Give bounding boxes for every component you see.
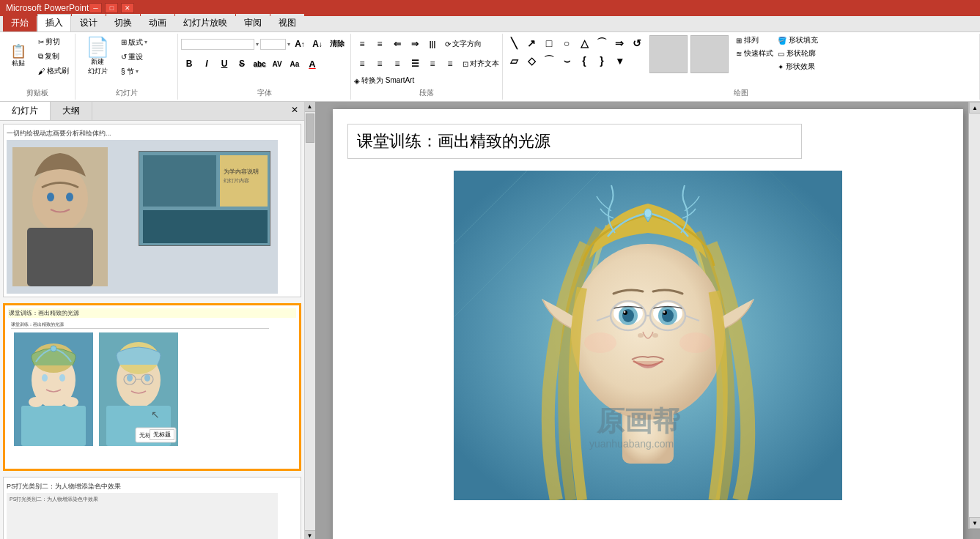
slide-thumb-1[interactable]: 一切约绘视动志画要分析和绘体约... — [3, 124, 301, 297]
tab-transition[interactable]: 切换 — [106, 14, 140, 31]
main-content: 课堂训练：画出精致的光源 — [315, 102, 980, 539]
section-button[interactable]: § 节 ▾ — [118, 65, 150, 78]
case-button[interactable]: Aa — [287, 56, 303, 72]
ellipse-tool[interactable]: ○ — [559, 35, 575, 51]
scroll-down-button[interactable]: ▼ — [305, 530, 315, 539]
sidebar-tab-slides[interactable]: 幻灯片 — [0, 102, 51, 120]
clear-format-button[interactable]: 清除 — [327, 36, 347, 52]
line-spacing-button[interactable]: ≡ — [424, 56, 441, 72]
columns-button[interactable]: ||| — [424, 36, 441, 52]
tab-animation[interactable]: 动画 — [141, 14, 174, 31]
slide2-right-tooltip: 无标题 — [150, 429, 174, 440]
shape-fill-button[interactable]: 🪣 形状填充 — [778, 35, 818, 45]
increase-font-button[interactable]: A↑ — [292, 36, 308, 52]
svg-point-19 — [51, 346, 56, 352]
shape-b[interactable]: ◇ — [523, 53, 539, 69]
shapes-row1: ╲ ↗ □ ○ △ ⌒ ⇒ ↺ — [506, 35, 645, 51]
tab-insert[interactable]: 插入 — [37, 14, 71, 31]
tab-home[interactable]: 开始 — [3, 14, 37, 31]
slide-title[interactable]: 课堂训练：画出精致的光源 — [347, 124, 802, 159]
shape-dropdown[interactable]: ▾ — [611, 53, 627, 69]
copy-icon: ⧉ — [38, 52, 43, 61]
underline-button[interactable]: U — [216, 56, 232, 72]
main-scroll-down[interactable]: ▼ — [969, 517, 980, 529]
elf-portrait[interactable]: 原画帮 yuanhuabang.com — [454, 171, 842, 500]
extra-align-button[interactable]: ≡ — [442, 56, 458, 72]
drawing-image2 — [690, 35, 729, 73]
bend-tool[interactable]: ⌒ — [594, 35, 610, 51]
decrease-font-button[interactable]: A↓ — [309, 36, 325, 52]
font-name-dropdown[interactable]: ▾ — [256, 41, 259, 48]
arrange-button[interactable]: ⊞ 排列 — [736, 35, 773, 45]
sidebar-close-button[interactable]: ✕ — [285, 102, 304, 120]
shape-d[interactable]: ⌣ — [559, 53, 575, 69]
shadow-button[interactable]: abc — [251, 56, 268, 72]
line-tool[interactable]: ╲ — [506, 35, 522, 51]
shape-outline-button[interactable]: ▭ 形状轮廓 — [778, 48, 818, 59]
copy-button[interactable]: ⧉ 复制 — [35, 50, 72, 63]
shape-e[interactable]: { — [576, 53, 592, 69]
center-button[interactable]: ≡ — [372, 56, 388, 72]
tab-view[interactable]: 视图 — [270, 14, 304, 31]
increase-indent-button[interactable]: ⇒ — [407, 36, 423, 52]
section-dropdown-icon: ▾ — [136, 68, 139, 75]
tab-slideshow[interactable]: 幻灯片放映 — [175, 14, 235, 31]
arrow-tool[interactable]: ↗ — [523, 35, 539, 51]
close-button[interactable]: ✕ — [121, 3, 134, 13]
new-slide-button[interactable]: 📄 新建 幻灯片 — [78, 35, 117, 78]
layout-button[interactable]: ⊞ 版式 ▾ — [118, 36, 150, 49]
paste-button[interactable]: 📋 粘贴 — [3, 42, 34, 70]
italic-button[interactable]: I — [199, 56, 215, 72]
text-direction-button[interactable]: ⟳ 文字方向 — [445, 39, 482, 49]
slide1-bg: 为学内容说明 幻灯片内容 — [7, 140, 278, 294]
tab-review[interactable]: 审阅 — [236, 14, 270, 31]
quick-styles-button[interactable]: ≋ 快速样式 — [736, 48, 773, 59]
align-text-button[interactable]: ⊡ 对齐文本 — [463, 59, 499, 69]
tab-design[interactable]: 设计 — [72, 14, 106, 31]
reset-button[interactable]: ↺ 重设 — [118, 51, 150, 64]
bold-button[interactable]: B — [181, 56, 197, 72]
align-text-label: 对齐文本 — [470, 59, 499, 69]
slide-thumb-2[interactable]: 课堂训练：画出精致的光源 课堂训练：画出精致的光源 — [3, 303, 301, 471]
maximize-button[interactable]: □ — [105, 3, 118, 13]
rect-tool[interactable]: □ — [541, 35, 557, 51]
slide1-char-area — [12, 147, 108, 286]
drawing-controls: ╲ ↗ □ ○ △ ⌒ ⇒ ↺ ▱ ◇ ⌒ ⌣ { } ▾ — [506, 35, 976, 73]
convert-smartart-label: 转换为 SmartArt — [361, 75, 414, 86]
slide-canvas[interactable]: 课堂训练：画出精致的光源 — [333, 109, 963, 539]
shape-a[interactable]: ▱ — [506, 53, 522, 69]
shape-f[interactable]: } — [594, 53, 610, 69]
font-color-button[interactable]: A — [304, 56, 320, 72]
font-size-dropdown[interactable]: ▾ — [287, 41, 290, 48]
align-right-button[interactable]: ≡ — [389, 56, 405, 72]
numbering-button[interactable]: ≡ — [372, 36, 388, 52]
font-name-input[interactable] — [181, 39, 254, 50]
main-scrollbar[interactable]: ▲ ▼ — [968, 102, 980, 529]
svg-point-24 — [144, 374, 150, 382]
format-painter-icon: 🖌 — [38, 67, 45, 75]
scroll-up-button[interactable]: ▲ — [305, 102, 315, 112]
slide-thumb-3[interactable]: PS打光类别二：为人物增添染色中效果 PS打光类别二：为人物增添染色中效果 — [3, 477, 301, 539]
shape-c[interactable]: ⌒ — [541, 53, 557, 69]
justify-button[interactable]: ☰ — [407, 56, 423, 72]
main-scroll-up[interactable]: ▲ — [969, 102, 980, 114]
char-spacing-button[interactable]: AV — [269, 56, 285, 72]
cut-button[interactable]: ✂ 剪切 — [35, 35, 72, 48]
minimize-button[interactable]: ─ — [89, 3, 102, 13]
paragraph-group: ≡ ≡ ⇐ ⇒ ||| ⟳ 文字方向 ≡ ≡ ≡ ☰ ≡ ≡ — [351, 34, 503, 100]
shape-effect-button[interactable]: ✦ 形状效果 — [778, 62, 818, 72]
align-left-button[interactable]: ≡ — [354, 56, 370, 72]
triangle-tool[interactable]: △ — [576, 35, 592, 51]
curvy-tool[interactable]: ↺ — [629, 35, 645, 51]
slide-3-thumb-inner: PS打光类别二：为人物增添染色中效果 — [7, 493, 278, 539]
font-size-input[interactable] — [260, 39, 286, 50]
strikethrough-button[interactable]: S — [234, 56, 250, 72]
sidebar-tab-outline[interactable]: 大纲 — [51, 102, 92, 120]
sidebar-scrollbar[interactable]: ▲ ▼ — [304, 102, 314, 539]
arrow2-tool[interactable]: ⇒ — [611, 35, 627, 51]
scroll-thumb[interactable] — [306, 114, 314, 143]
convert-smartart-button[interactable]: ◈ 转换为 SmartArt — [354, 75, 414, 86]
bullets-button[interactable]: ≡ — [354, 36, 370, 52]
format-painter-button[interactable]: 🖌 格式刷 — [35, 64, 72, 78]
decrease-indent-button[interactable]: ⇐ — [389, 36, 405, 52]
